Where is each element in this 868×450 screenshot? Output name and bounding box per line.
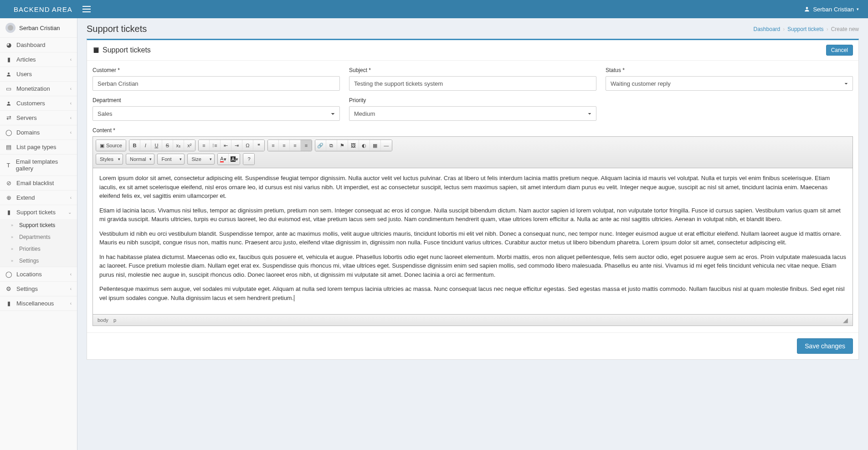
editor-size-combo[interactable]: Size — [187, 154, 215, 165]
editor-align-center-button[interactable]: ≡ — [279, 140, 290, 151]
editor-underline-button[interactable]: U — [151, 140, 162, 151]
editor-link-button[interactable]: 🔗 — [315, 140, 326, 151]
chevron-left-icon: ‹ — [70, 101, 72, 106]
subject-label: Subject * — [349, 67, 596, 73]
editor-paragraph: In hac habitasse platea dictumst. Maecen… — [99, 253, 846, 279]
path-body[interactable]: body — [98, 317, 108, 323]
editor-bold-button[interactable]: B — [129, 140, 140, 151]
department-select[interactable]: Sales — [92, 106, 340, 121]
editor-superscript-button[interactable]: x² — [184, 140, 195, 151]
editor-unlink-button[interactable]: ⧉ — [326, 140, 337, 151]
form-box: Support tickets Cancel Customer * Subjec… — [87, 39, 859, 360]
breadcrumb-dashboard[interactable]: Dashboard — [754, 26, 781, 32]
sidebar-item-servers[interactable]: ⇄Servers‹ — [0, 111, 77, 125]
editor-font-combo[interactable]: Font — [157, 154, 185, 165]
editor-anchor-button[interactable]: ⚑ — [337, 140, 348, 151]
editor-specialchar-button[interactable]: Ω — [242, 140, 253, 151]
submenu-settings[interactable]: »Settings — [0, 255, 77, 267]
sidebar-item-locations[interactable]: ◯Locations‹ — [0, 267, 77, 281]
submenu-departments[interactable]: »Departments — [0, 231, 77, 243]
editor-indent-button[interactable]: ⇥ — [231, 140, 242, 151]
exchange-icon: ⇄ — [5, 114, 12, 121]
sidebar-item-support-tickets[interactable]: ▮Support tickets⌄ — [0, 205, 77, 219]
sidebar-item-miscellaneous[interactable]: ▮Miscellaneous‹ — [0, 296, 77, 310]
chevron-down-icon: ⌄ — [68, 210, 72, 215]
save-changes-button[interactable]: Save changes — [797, 338, 853, 354]
breadcrumb-support-tickets[interactable]: Support tickets — [787, 26, 823, 32]
angle-right-icon: » — [11, 247, 15, 251]
priority-select[interactable]: Medium — [349, 106, 596, 121]
hamburger-icon — [82, 6, 91, 12]
editor-paragraph: Pellentesque maximus sem augue, vel soda… — [99, 284, 846, 302]
sidebar-item-articles[interactable]: ▮Articles‹ — [0, 52, 77, 67]
customer-label: Customer * — [92, 67, 340, 73]
editor-image-button[interactable]: 🖼 — [348, 140, 359, 151]
status-select[interactable]: Waiting customer reply — [606, 76, 853, 91]
editor-bgcolor-button[interactable]: A▾ — [229, 154, 240, 165]
editor-about-button[interactable]: ? — [243, 154, 254, 165]
sidebar-item-monetization[interactable]: ▭Monetization‹ — [0, 82, 77, 96]
svg-point-2 — [8, 102, 10, 103]
sidebar-item-extend[interactable]: ⊕Extend‹ — [0, 191, 77, 205]
sidebar: Serban Cristian ◕Dashboard ▮Articles‹ Us… — [0, 18, 77, 450]
editor-paragraph: Etiam id lacinia lacus. Vivamus nisi tel… — [99, 206, 846, 224]
editor-styles-combo[interactable]: Styles — [96, 154, 123, 165]
sidebar-item-settings[interactable]: ⚙Settings‹ — [0, 282, 77, 296]
customer-input[interactable] — [92, 76, 340, 91]
editor-textcolor-button[interactable]: A▾ — [218, 154, 229, 165]
sidebar-item-email-blacklist[interactable]: ⊘Email blacklist — [0, 176, 77, 190]
editor-strike-button[interactable]: S — [162, 140, 173, 151]
chevron-left-icon: ‹ — [70, 286, 72, 291]
editor-align-left-button[interactable]: ≡ — [268, 140, 279, 151]
status-label: Status * — [606, 67, 853, 73]
source-icon: ▣ — [100, 143, 104, 149]
file-icon: ▮ — [5, 56, 12, 63]
editor-resize-handle[interactable]: ◢ — [843, 316, 848, 324]
editor-content-area[interactable]: Lorem ipsum dolor sit amet, consectetur … — [93, 168, 853, 314]
editor-source-button[interactable]: ▣Source — [96, 140, 126, 151]
globe-icon: ◯ — [5, 271, 12, 278]
editor-format-combo[interactable]: Normal — [126, 154, 154, 165]
main-content: Support tickets Dashboard › Support tick… — [77, 18, 868, 450]
separator-icon: › — [783, 26, 785, 32]
card-icon: ▭ — [5, 85, 12, 92]
user-panel[interactable]: Serban Cristian — [0, 18, 77, 38]
editor-blockquote-button[interactable]: ❝ — [253, 140, 264, 151]
editor-subscript-button[interactable]: x₂ — [173, 140, 184, 151]
department-label: Department — [92, 97, 340, 103]
path-p[interactable]: p — [113, 317, 116, 323]
editor-align-right-button[interactable]: ≡ — [290, 140, 301, 151]
editor-flash-button[interactable]: ◐ — [359, 140, 370, 151]
sidebar-item-email-templates[interactable]: TEmail templates gallery — [0, 155, 77, 176]
editor-outdent-button[interactable]: ⇤ — [221, 140, 231, 151]
sidebar-toggle[interactable] — [77, 6, 96, 12]
subject-input[interactable] — [349, 76, 596, 91]
user-panel-name: Serban Cristian — [19, 25, 60, 31]
editor-table-button[interactable]: ▦ — [370, 140, 381, 151]
editor-hr-button[interactable]: — — [381, 140, 392, 151]
sidebar-item-users[interactable]: Users — [0, 67, 77, 81]
submenu-priorities[interactable]: »Priorities — [0, 243, 77, 255]
rich-text-editor: ▣Source B I U S x₂ x² — [92, 136, 853, 326]
sidebar-item-customers[interactable]: Customers‹ — [0, 96, 77, 110]
sidebar-item-dashboard[interactable]: ◕Dashboard — [0, 38, 77, 52]
box-title: Support tickets — [103, 46, 151, 54]
page-title: Support tickets — [87, 24, 147, 34]
caret-down-icon: ▾ — [857, 7, 859, 11]
editor-elements-path: body p — [98, 317, 120, 323]
cog-icon: ⚙ — [5, 285, 12, 292]
editor-italic-button[interactable]: I — [140, 140, 151, 151]
submenu-support-tickets[interactable]: »Support tickets — [0, 219, 77, 231]
svg-rect-4 — [94, 47, 99, 48]
editor-numberedlist-button[interactable]: ≡ — [199, 140, 210, 151]
editor-bulletedlist-button[interactable]: ⁝≡ — [210, 140, 221, 151]
editor-align-justify-button[interactable]: ≡ — [301, 140, 312, 151]
current-user-name: Serban Cristian — [813, 6, 854, 13]
user-menu[interactable]: Serban Cristian ▾ — [804, 6, 868, 13]
cancel-button[interactable]: Cancel — [826, 45, 853, 56]
chevron-left-icon: ‹ — [70, 195, 72, 200]
brand-logo[interactable]: BACKEND AREA — [0, 0, 77, 18]
sidebar-item-list-page-types[interactable]: ▤List page types — [0, 140, 77, 154]
editor-paragraph: Lorem ipsum dolor sit amet, consectetur … — [99, 174, 846, 201]
sidebar-item-domains[interactable]: ◯Domains‹ — [0, 125, 77, 140]
